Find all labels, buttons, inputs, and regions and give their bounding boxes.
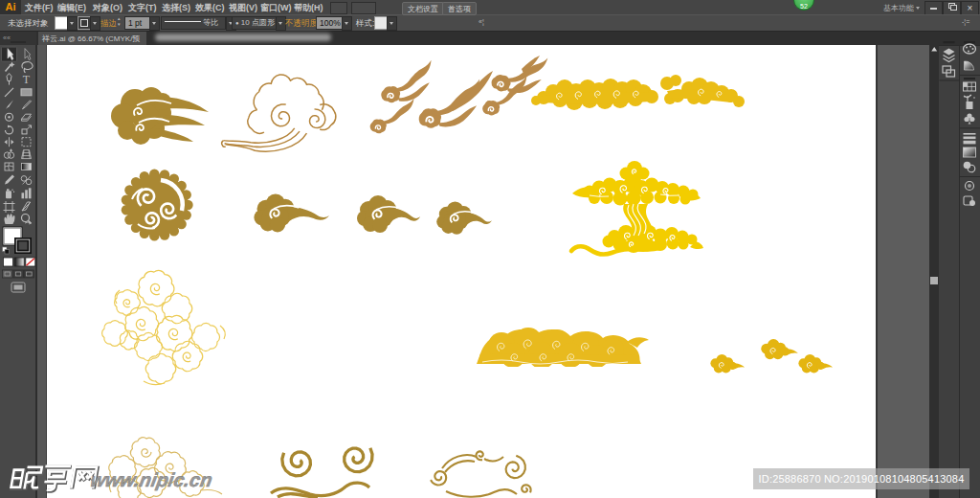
svg-text:T: T: [23, 73, 31, 86]
svg-text:www.nipic.cn: www.nipic.cn: [89, 469, 214, 490]
